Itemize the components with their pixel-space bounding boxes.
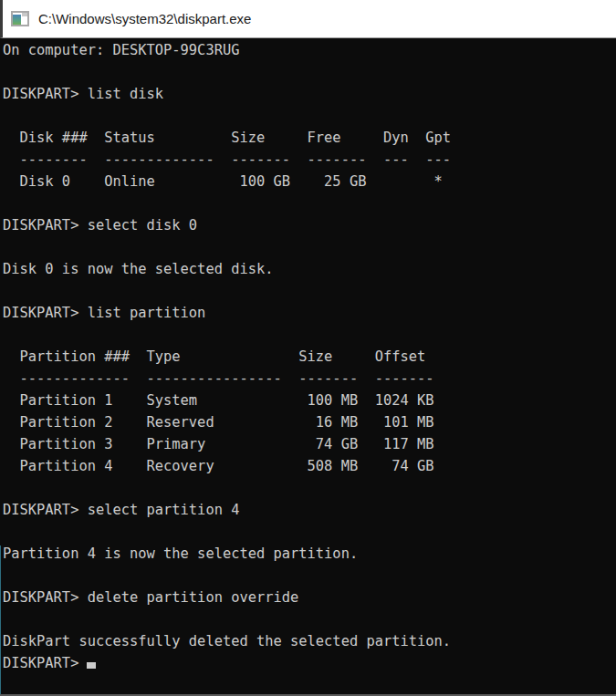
diskpart-console-window: C:\Windows\system32\diskpart.exe On comp… [0, 0, 616, 696]
console-window-icon [11, 11, 29, 26]
window-left-border [0, 545, 1, 694]
title-bar[interactable]: C:\Windows\system32\diskpart.exe [0, 0, 616, 38]
text-cursor [87, 662, 96, 669]
window-title: C:\Windows\system32\diskpart.exe [38, 11, 251, 26]
terminal-screen[interactable]: On computer: DESKTOP-99C3RUG DISKPART> l… [0, 38, 616, 696]
console-window-icon-strip [22, 13, 27, 16]
prompt-line: DISKPART> [3, 652, 616, 674]
prompt-text: DISKPART> [3, 655, 78, 671]
terminal-output: On computer: DESKTOP-99C3RUG DISKPART> l… [3, 39, 616, 652]
console-window-icon-pane [13, 15, 21, 25]
